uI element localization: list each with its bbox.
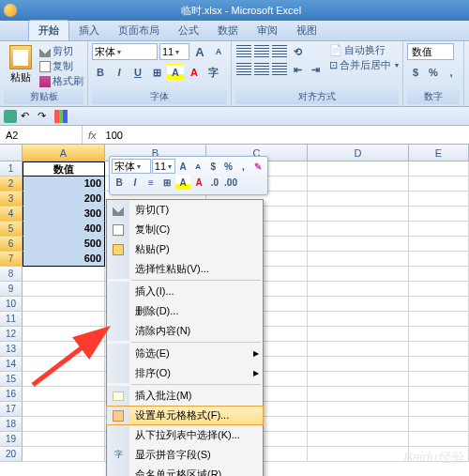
tab-formulas[interactable]: 公式 [169,21,208,40]
undo-icon[interactable]: ↶ [21,110,34,123]
cell-A5[interactable]: 400 [23,222,105,237]
cell-D15[interactable] [308,372,409,387]
tab-home[interactable]: 开始 [28,20,69,40]
cell-A12[interactable] [23,327,105,342]
mini-border-button[interactable]: ⊞ [159,175,174,190]
cm-insert[interactable]: 插入(I)... [107,282,263,301]
cm-dropdown[interactable]: 从下拉列表中选择(K)... [107,425,263,445]
cell-A19[interactable] [23,432,105,447]
align-right-button[interactable] [271,61,288,78]
cell-A14[interactable] [23,357,105,372]
cell-E15[interactable] [409,372,469,387]
underline-button[interactable]: U [129,64,146,81]
redo-icon[interactable]: ↷ [38,110,51,123]
cell-A18[interactable] [23,417,105,432]
cm-sort[interactable]: 排序(O)▶ [107,363,263,383]
chart-icon[interactable] [54,110,68,123]
mini-fill-button[interactable]: A [175,175,190,190]
tab-data[interactable]: 数据 [208,21,248,40]
cell-D2[interactable] [308,177,409,192]
cell-A7[interactable]: 600 [23,252,105,267]
cell-E6[interactable] [409,237,469,252]
cell-A16[interactable] [23,387,105,402]
mini-percent-button[interactable]: % [221,159,235,174]
row-header-11[interactable]: 11 [0,312,23,327]
cell-E10[interactable] [409,297,469,312]
mini-italic-button[interactable]: I [128,175,143,190]
cell-E1[interactable] [409,161,469,177]
mini-align-button[interactable]: ≡ [144,175,159,190]
cell-E11[interactable] [409,312,469,327]
copy-button[interactable]: 复制 [39,59,83,73]
mini-comma-button[interactable]: , [236,159,250,174]
cm-paste-special[interactable]: 选择性粘贴(V)... [107,259,263,279]
row-header-2[interactable]: 2 [0,177,23,192]
bold-button[interactable]: B [92,64,109,81]
cell-D10[interactable] [308,297,409,312]
cm-paste[interactable]: 粘贴(P) [107,239,263,259]
mini-currency-button[interactable]: $ [206,159,220,174]
cell-A1[interactable]: 数值 [23,161,105,177]
col-header-A[interactable]: A [23,145,105,161]
row-header-4[interactable]: 4 [0,207,23,222]
percent-button[interactable]: % [425,64,442,81]
cell-E18[interactable] [409,417,469,432]
font-size-select[interactable]: 11▾ [159,43,189,60]
cm-cut[interactable]: 剪切(T) [107,200,263,220]
tab-layout[interactable]: 页面布局 [109,21,169,40]
cell-D16[interactable] [308,387,409,402]
cell-D13[interactable] [308,342,409,357]
cell-D4[interactable] [308,207,409,222]
cell-E9[interactable] [409,282,469,297]
row-header-9[interactable]: 9 [0,282,23,297]
cell-D12[interactable] [308,327,409,342]
cm-clear[interactable]: 清除内容(N) [107,321,263,341]
shrink-font-button[interactable]: A [210,43,227,60]
merge-center-button[interactable]: ⊡合并后居中▾ [329,58,399,72]
align-middle-button[interactable] [253,43,270,60]
row-header-10[interactable]: 10 [0,297,23,312]
cell-E3[interactable] [409,192,469,207]
fill-color-button[interactable]: A [167,64,184,81]
number-format-select[interactable]: 数值 [407,43,454,60]
cell-D18[interactable] [308,417,409,432]
align-bottom-button[interactable] [271,43,288,60]
cell-D14[interactable] [308,357,409,372]
cell-D6[interactable] [308,237,409,252]
cm-filter[interactable]: 筛选(E)▶ [107,344,263,363]
row-header-3[interactable]: 3 [0,192,23,207]
cell-D9[interactable] [308,282,409,297]
row-header-13[interactable]: 13 [0,342,23,357]
cell-A9[interactable] [23,282,105,297]
tab-view[interactable]: 视图 [287,21,326,40]
tab-review[interactable]: 审阅 [248,21,287,40]
mini-grow-button[interactable]: A [176,159,190,174]
mini-brush-icon[interactable]: ✎ [251,159,265,174]
grow-font-button[interactable]: A [191,43,208,60]
align-center-button[interactable] [253,61,270,78]
cm-phonetic[interactable]: 字显示拼音字段(S) [107,445,263,465]
font-color-button[interactable]: A [186,64,203,81]
name-box[interactable]: A2 [0,126,83,144]
mini-inc-decimal-button[interactable]: .00 [223,175,238,190]
col-header-D[interactable]: D [308,145,409,161]
cell-A4[interactable]: 300 [23,207,105,222]
cell-D1[interactable] [308,161,409,177]
cell-E2[interactable] [409,177,469,192]
cm-copy[interactable]: 复制(C) [107,220,263,239]
align-left-button[interactable] [235,61,252,78]
cm-comment[interactable]: 插入批注(M) [107,386,263,406]
cell-E7[interactable] [409,252,469,267]
row-header-5[interactable]: 5 [0,222,23,237]
cell-D17[interactable] [308,402,409,417]
mini-size-select[interactable]: 11▾ [152,159,175,174]
cell-A8[interactable] [23,267,105,282]
mini-dec-decimal-button[interactable]: .0 [207,175,222,190]
cell-D5[interactable] [308,222,409,237]
orientation-button[interactable]: ⟲ [289,43,306,60]
cell-A17[interactable] [23,402,105,417]
cell-D3[interactable] [308,192,409,207]
mini-font-select[interactable]: 宋体▾ [112,159,151,174]
cell-A20[interactable] [23,447,105,462]
fx-icon[interactable]: fx [83,130,102,141]
